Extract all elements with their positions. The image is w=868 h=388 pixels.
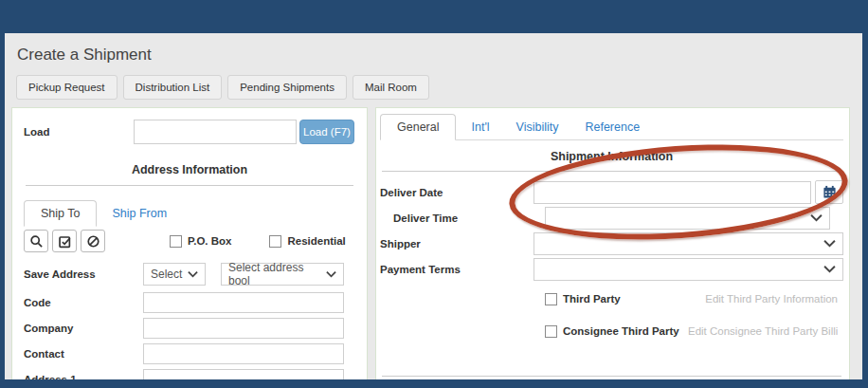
deliver-date-calendar-button[interactable] [815,180,843,204]
field-row-company: Company [24,318,355,339]
window-frame-right [862,33,868,388]
deliver-time-row: Deliver Time [380,206,843,230]
tab-visibility[interactable]: Visibility [505,115,570,139]
save-address-select-value: Select [151,268,182,281]
po-box-group: P.O. Box [170,235,231,248]
address-tabs: Ship To Ship From [24,200,355,226]
nav-button-row: Pickup Request Distribution List Pending… [16,75,856,100]
payment-terms-label: Payment Terms [380,264,533,275]
chevron-down-icon [326,270,336,278]
third-party-checkbox[interactable] [545,293,557,305]
validate-address-icon [58,234,72,249]
shipper-label: Shipper [380,238,533,249]
nav-mail-room-button[interactable]: Mail Room [353,75,429,100]
app-window: Create a Shipment Pickup Request Distrib… [0,0,868,388]
shipper-select[interactable] [533,232,843,255]
shipment-panel: General Int'l Visibility Reference Shipm… [375,107,850,379]
code-label: Code [24,297,143,308]
address-1-input[interactable] [143,369,344,379]
field-row-contact: Contact [24,343,355,364]
company-label: Company [24,323,143,334]
edit-consignee-third-party-link[interactable]: Edit Consignee Third Party Billing [688,325,838,337]
load-row: Load Load (F7) [24,120,355,144]
save-address-label: Save Address [24,268,143,280]
deliver-date-label: Deliver Date [380,187,533,198]
package-section-divider-top [382,376,841,377]
page-title: Create a Shipment [17,46,856,65]
third-party-label: Third Party [563,293,621,305]
search-address-button[interactable] [24,230,48,252]
residential-label: Residential [287,235,345,247]
top-title-bar [0,0,868,33]
clear-address-button[interactable] [81,230,105,252]
save-address-row: Save Address Select Select address bool [24,263,355,286]
code-input[interactable] [143,292,344,313]
nav-distribution-list-button[interactable]: Distribution List [123,75,223,100]
shipment-information-heading: Shipment Information [380,150,843,163]
nav-pending-shipments-button[interactable]: Pending Shipments [227,75,347,100]
field-row-code: Code [24,292,355,313]
main-content: Create a Shipment Pickup Request Distrib… [5,33,862,379]
deliver-date-input[interactable] [533,181,811,204]
load-button[interactable]: Load (F7) [299,120,354,144]
address-panel: Load Load (F7) Address Information Ship … [11,107,368,379]
contact-input[interactable] [143,343,344,364]
chevron-down-icon [810,213,823,222]
consignee-third-party-label: Consignee Third Party [563,325,679,337]
third-party-row: Third Party Edit Third Party Information [380,289,843,308]
load-label: Load [24,126,134,138]
field-row-address-1: Address 1 [24,369,355,379]
shipment-section-divider [382,171,841,172]
tab-general[interactable]: General [380,114,456,140]
payment-terms-row: Payment Terms [380,257,843,281]
address-toolbar: P.O. Box Residential [24,230,355,252]
tab-reference[interactable]: Reference [573,115,651,139]
shipment-tabs: General Int'l Visibility Reference [380,114,843,140]
deliver-time-label: Deliver Time [380,212,533,224]
consignee-third-party-row: Consignee Third Party Edit Consignee Thi… [380,322,843,341]
consignee-third-party-checkbox[interactable] [545,325,557,338]
panels-row: Load Load (F7) Address Information Ship … [11,107,856,379]
validate-address-button[interactable] [52,230,77,252]
load-input[interactable] [134,120,297,144]
address-section-divider [26,185,353,186]
address-book-select-value: Select address bool [228,261,321,287]
company-input[interactable] [143,318,344,339]
residential-group: Residential [269,235,345,248]
nav-pickup-request-button[interactable]: Pickup Request [16,75,118,100]
save-address-select[interactable]: Select [143,263,206,286]
search-icon [29,234,44,249]
deliver-time-select[interactable] [545,207,830,230]
chevron-down-icon [823,239,836,248]
window-frame-bottom [0,379,868,388]
po-box-label: P.O. Box [188,235,231,247]
tab-intl[interactable]: Int'l [460,115,500,139]
contact-label: Contact [24,348,143,360]
tab-ship-from[interactable]: Ship From [100,201,178,226]
payment-terms-select[interactable] [533,258,843,281]
calendar-icon [823,185,837,199]
deliver-date-row: Deliver Date [380,180,843,204]
shipper-row: Shipper [380,231,843,255]
address-fields: Code Company Contact Address 1 [24,292,355,379]
residential-checkbox[interactable] [269,235,281,248]
po-box-checkbox[interactable] [170,235,182,248]
chevron-down-icon [188,270,198,278]
address-information-heading: Address Information [24,163,355,176]
edit-third-party-link[interactable]: Edit Third Party Information [705,293,838,305]
clear-address-icon [86,234,100,249]
chevron-down-icon [823,265,836,273]
tab-ship-to[interactable]: Ship To [24,200,97,227]
address-book-select[interactable]: Select address bool [221,263,344,286]
